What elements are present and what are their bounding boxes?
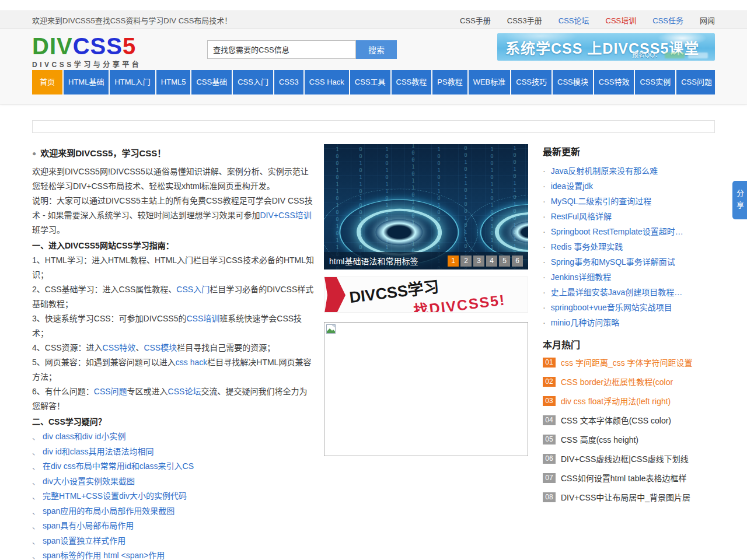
latest-link[interactable]: Spring事务和MySQL事务详解面试 xyxy=(551,257,675,267)
guide-link[interactable]: CSS论坛 xyxy=(168,387,201,396)
pager-button[interactable]: 5 xyxy=(499,256,510,267)
nav-tab[interactable]: PS教程 xyxy=(432,70,467,94)
faq-heading: 二、CSS学习疑问？ xyxy=(32,415,315,429)
monthly-hot-list: 01css 字间距离_css 字体字符间距设置 02CSS border边框属性… xyxy=(543,356,715,503)
faq-link[interactable]: 完整HTML+CSS设置div大小的实例代码 xyxy=(43,491,187,501)
search-box: 搜索 xyxy=(207,40,397,59)
list-item: ·Java反射机制原来没有那么难 xyxy=(543,163,715,178)
hot-link[interactable]: DIV+CSS中让布局居中_背景图片居 xyxy=(561,491,690,503)
red-arrow-icon xyxy=(324,277,345,313)
hot-link[interactable]: CSS border边框属性教程(color xyxy=(561,376,673,387)
guide-item: 6、有什么问题：CSS问题专区或进入CSS论坛交流、提交疑问我们将全力为您解答！ xyxy=(32,384,315,414)
faq-link[interactable]: div class和div id小实例 xyxy=(43,432,125,441)
search-input[interactable] xyxy=(207,40,356,59)
rank-badge: 07 xyxy=(543,473,556,483)
latest-link[interactable]: Springboot RestTemplate设置超时… xyxy=(551,227,683,236)
nav-tab[interactable]: WEB标准 xyxy=(469,70,511,94)
faq-item: 、span应用的布局小局部作用效果截图 xyxy=(32,504,315,519)
slideshow[interactable]: 010010110100101101001011010 010010110100… xyxy=(324,144,528,270)
faq-link[interactable]: span应用的布局小局部作用效果截图 xyxy=(43,506,174,516)
divcss-ad-banner[interactable]: DIVCSS学习 找DIVCSS5! xyxy=(324,276,528,313)
nav-tab[interactable]: CSS工具 xyxy=(350,70,390,94)
top-link-css-manual[interactable]: CSS手册 xyxy=(460,15,491,26)
nav-tab[interactable]: CSS入门 xyxy=(233,70,273,94)
hot-link[interactable]: div css float浮动用法(left right) xyxy=(561,395,671,407)
rank-badge: 02 xyxy=(543,377,556,387)
hot-link[interactable]: CSS 高度(css height) xyxy=(561,433,638,445)
nav-tab-home[interactable]: 首页 xyxy=(32,70,62,94)
divcss-training-link[interactable]: DIV+CSS培训 xyxy=(260,211,311,220)
pager-button[interactable]: 4 xyxy=(486,256,497,267)
latest-link[interactable]: 史上最详细安装Java创建项目教程… xyxy=(551,288,683,297)
faq-item: 、span具有小局部布局作用 xyxy=(32,519,315,534)
slideshow-caption-bar: html基础语法和常用标签 1 2 3 4 5 6 xyxy=(324,252,528,270)
faq-link[interactable]: span设置独立样式作用 xyxy=(43,536,125,545)
latest-link[interactable]: RestFul风格详解 xyxy=(551,212,612,221)
media-column: 010010110100101101001011010 010010110100… xyxy=(324,144,528,456)
hot-link[interactable]: CSS如何设置html table表格边框样 xyxy=(561,472,686,484)
guide-link[interactable]: css hack xyxy=(176,358,207,367)
nav-tab[interactable]: CSS3 xyxy=(274,70,303,94)
list-item: 07CSS如何设置html table表格边框样 xyxy=(543,472,715,484)
guide-link[interactable]: CSS模块 xyxy=(144,343,177,352)
list-item: ·springboot+vue音乐网站实战项目 xyxy=(543,300,715,315)
faq-link[interactable]: span标签的作用 html <span>作用 xyxy=(43,551,165,560)
latest-link[interactable]: idea设置jdk xyxy=(551,181,593,191)
latest-link[interactable]: minio几种访问策略 xyxy=(551,318,619,327)
pager-button[interactable]: 6 xyxy=(512,256,523,267)
nav-tab[interactable]: CSS特效 xyxy=(594,70,634,94)
guide-item: 3、快速系统学习CSS：可参加DIVCSS5的CSS培训班系统快速学会CSS技术… xyxy=(32,312,315,341)
nav-tab[interactable]: HTML入门 xyxy=(110,70,155,94)
latest-link[interactable]: Java反射机制原来没有那么难 xyxy=(551,166,658,176)
faq-link[interactable]: div大小设置实例效果截图 xyxy=(43,477,135,486)
top-link-css-training[interactable]: CSS培训 xyxy=(606,15,637,26)
guide-item: 1、HTML学习：进入HTML教程、HTML入门栏目学习CSS技术必备的HTML… xyxy=(32,253,315,282)
nav-tab[interactable]: CSS问题 xyxy=(676,70,715,94)
search-button[interactable]: 搜索 xyxy=(356,40,397,59)
hot-link[interactable]: CSS 文本字体颜色(CSS color) xyxy=(561,414,671,426)
latest-link[interactable]: Redis 事务处理实践 xyxy=(551,242,623,251)
broken-image-box xyxy=(324,322,528,456)
guide-item: 4、CSS资源：进入CSS特效、CSS模块栏目寻找自己需要的资源； xyxy=(32,341,315,355)
share-button[interactable]: 分享 xyxy=(732,181,747,219)
rank-badge: 04 xyxy=(543,415,556,425)
top-link-css-forum[interactable]: CSS论坛 xyxy=(558,15,589,26)
site-logo[interactable]: DIVCSS5 DIVCSS学习与分享平台 xyxy=(32,34,141,69)
nav-tab[interactable]: CSS模块 xyxy=(553,70,593,94)
top-link-news[interactable]: 网闻 xyxy=(700,15,715,26)
top-link-css-task[interactable]: CSS任务 xyxy=(652,15,683,26)
faq-link[interactable]: 在div css布局中常常用id和class来引入CS xyxy=(43,461,194,471)
nav-tab[interactable]: CSS教程 xyxy=(392,70,432,94)
nav-tab[interactable]: CSS基础 xyxy=(191,70,232,94)
bullet-icon: ● xyxy=(32,149,36,158)
nav-tab[interactable]: CSS Hack xyxy=(305,70,349,94)
nav-tab[interactable]: HTML5 xyxy=(156,70,191,94)
rank-badge: 01 xyxy=(543,358,556,368)
pager-button[interactable]: 1 xyxy=(448,256,459,267)
top-bar: 欢迎来到DIVCSS5查找CSS资料与学习DIV CSS布局技术！ CSS手册 … xyxy=(0,10,747,29)
guide-link[interactable]: CSS入门 xyxy=(176,285,210,294)
pager-button[interactable]: 3 xyxy=(473,256,484,267)
top-link-css3-manual[interactable]: CSS3手册 xyxy=(507,15,542,26)
latest-link[interactable]: springboot+vue音乐网站实战项目 xyxy=(551,303,672,312)
list-item: ·Springboot RestTemplate设置超时… xyxy=(543,224,715,239)
guide-link[interactable]: CSS培训 xyxy=(186,314,219,323)
course-banner[interactable]: 系统学CSS 上DIVCSS5课堂 报名QQ： xyxy=(497,33,715,61)
pager-button[interactable]: 2 xyxy=(460,256,472,267)
faq-item: 、在div css布局中常常用id和class来引入CS xyxy=(32,459,315,474)
nav-tab[interactable]: CSS实例 xyxy=(635,70,675,94)
guide-link[interactable]: CSS问题 xyxy=(94,387,127,396)
intro-paragraph: 欢迎来到DIVCSS5网!DIVCSS5以通俗易懂知识讲解、案例分析、实例示范让… xyxy=(32,164,315,194)
nav-tab[interactable]: HTML基础 xyxy=(64,70,109,94)
guide-link[interactable]: CSS特效 xyxy=(103,343,136,352)
page-title: ●欢迎来到DIVCSS5，学习CSS！ xyxy=(32,146,315,159)
hot-link[interactable]: css 字间距离_css 字体字符间距设置 xyxy=(561,356,693,368)
nav-tab[interactable]: CSS技巧 xyxy=(511,70,551,94)
hot-link[interactable]: DIV+CSS虚线边框|CSS虚线下划线 xyxy=(561,453,689,464)
latest-link[interactable]: Jenkins详细教程 xyxy=(551,272,611,282)
faq-link[interactable]: span具有小局部布局作用 xyxy=(43,521,134,530)
faq-link[interactable]: div id和class其用法语法均相同 xyxy=(43,447,154,456)
latest-link[interactable]: MySQL二级索引的查询过程 xyxy=(551,197,652,206)
list-item: ·MySQL二级索引的查询过程 xyxy=(543,194,715,209)
slideshow-caption: html基础语法和常用标签 xyxy=(329,255,418,267)
